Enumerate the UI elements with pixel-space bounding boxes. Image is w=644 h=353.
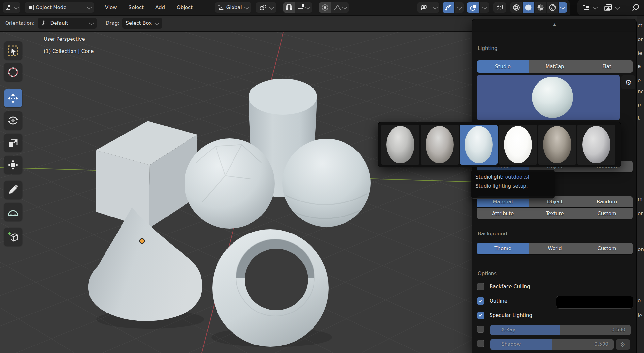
overlays-dropdown[interactable] <box>480 2 489 13</box>
outline-label: Outline <box>490 298 507 304</box>
menu-select[interactable]: Select <box>127 5 146 10</box>
studiolight-sphere <box>465 126 493 163</box>
visibility-group <box>417 2 439 13</box>
visibility-toggle[interactable] <box>417 2 430 13</box>
visibility-dropdown[interactable] <box>430 2 439 13</box>
color-random[interactable]: Random <box>581 196 633 207</box>
drag-dropdown[interactable]: Select Box <box>122 18 162 29</box>
shading-solid-button[interactable] <box>523 2 535 13</box>
studiolight-option-4[interactable] <box>499 125 537 165</box>
solid-sphere-icon <box>525 4 532 11</box>
rotate-icon <box>7 115 19 126</box>
chevron-down-icon <box>482 5 488 10</box>
shading-popover-dropdown[interactable] <box>559 2 567 13</box>
tool-select-box[interactable] <box>4 41 22 60</box>
clipped-properties-edge: ct or ie e e nc p t m or on o le <box>637 16 644 353</box>
studiolight-option-5[interactable] <box>538 125 576 165</box>
outliner-search-button[interactable] <box>632 3 640 12</box>
proportional-falloff-dropdown[interactable] <box>331 2 349 13</box>
tool-annotate[interactable] <box>4 181 22 199</box>
studiolight-option-6[interactable] <box>577 125 615 165</box>
outliner-filter-button[interactable] <box>603 2 620 13</box>
tool-rotate[interactable] <box>4 111 22 130</box>
rendered-sphere-icon <box>549 4 556 11</box>
orientation-dropdown[interactable]: Default <box>38 18 97 29</box>
tab-matcap[interactable]: MatCap <box>529 60 581 73</box>
bg-world[interactable]: World <box>529 243 581 254</box>
falloff-curve-icon <box>333 4 342 11</box>
gizmo-dropdown[interactable] <box>455 2 464 13</box>
mode-dropdown[interactable]: Object Mode <box>25 2 94 13</box>
shading-material-button[interactable] <box>535 2 547 13</box>
studiolight-option-1[interactable] <box>381 125 419 165</box>
tool-transform[interactable] <box>4 156 22 174</box>
snap-target-dropdown[interactable] <box>295 2 312 13</box>
specular-checkbox[interactable]: ✔ <box>477 312 484 319</box>
outline-checkbox[interactable]: ✔ <box>477 297 484 305</box>
studiolight-settings-button[interactable]: ⚙ <box>621 75 635 89</box>
edge-text: nc <box>638 89 644 95</box>
studiolight-option-3-selected[interactable] <box>460 125 498 165</box>
studiolight-tooltip: Studiolight: outdoor.sl Studio lighting … <box>471 170 555 199</box>
color-attribute[interactable]: Attribute <box>477 208 529 219</box>
edge-text: ie <box>638 50 642 56</box>
tool-scale[interactable] <box>4 134 22 152</box>
menu-object[interactable]: Object <box>175 5 195 10</box>
snap-toggle-button[interactable] <box>283 2 295 13</box>
icosphere-object[interactable] <box>185 138 275 229</box>
tool-cursor[interactable] <box>4 63 22 81</box>
tool-add-cube[interactable] <box>4 228 22 246</box>
studiolight-option-2[interactable] <box>421 125 459 165</box>
bg-theme[interactable]: Theme <box>477 243 529 254</box>
color-texture[interactable]: Texture <box>529 208 581 219</box>
chevron-down-icon <box>14 5 19 10</box>
shading-wireframe-button[interactable] <box>510 2 523 13</box>
shading-rendered-button[interactable] <box>547 2 559 13</box>
measure-protractor-icon <box>7 206 19 218</box>
tool-move[interactable] <box>4 89 22 107</box>
orientation-value: Default <box>50 20 68 26</box>
orientation-axes-icon <box>41 20 48 26</box>
tooltip-value: outdoor.sl <box>505 174 529 180</box>
cube-object[interactable] <box>96 121 197 229</box>
tab-studio[interactable]: Studio <box>477 60 529 73</box>
xray-toggle[interactable] <box>493 2 506 13</box>
background-section-label: Background <box>478 231 507 237</box>
proportional-edit-toggle[interactable] <box>319 2 331 13</box>
studiolight-sphere <box>582 126 610 163</box>
shadow-slider[interactable]: Shadow 0.500 <box>490 339 614 350</box>
shading-mode-group <box>510 2 567 13</box>
chevron-down-icon <box>244 5 249 10</box>
overlays-toggle[interactable] <box>467 2 480 13</box>
view-name-label: User Perspective <box>44 36 85 42</box>
xray-checkbox-row <box>477 326 484 333</box>
xray-slider-value: 0.500 <box>611 327 625 333</box>
sphere-object[interactable] <box>282 139 371 227</box>
torus-object[interactable] <box>211 229 332 347</box>
studiolight-preview[interactable] <box>477 75 620 120</box>
chevron-down-icon <box>593 5 598 10</box>
xray-checkbox[interactable] <box>477 326 484 333</box>
cone-object[interactable] <box>88 207 204 329</box>
shadow-settings-button[interactable]: ⚙ <box>616 339 630 350</box>
tab-flat[interactable]: Flat <box>581 60 633 73</box>
xray-slider[interactable]: X-Ray 0.500 <box>490 325 631 335</box>
menu-view[interactable]: View <box>103 5 119 10</box>
outliner-tree-icon <box>583 4 590 11</box>
material-sphere-icon <box>537 4 544 11</box>
outliner-type-button[interactable] <box>581 2 598 13</box>
chevron-down-icon <box>615 5 620 10</box>
lighting-tabs: Studio MatCap Flat <box>477 60 633 73</box>
backface-culling-checkbox[interactable] <box>477 283 484 290</box>
gizmo-toggle[interactable] <box>443 2 455 13</box>
outline-color-swatch[interactable] <box>556 296 633 309</box>
menu-add[interactable]: Add <box>153 5 167 10</box>
editor-type-button[interactable] <box>3 2 20 13</box>
transform-orientation-dropdown[interactable]: Global <box>215 2 251 13</box>
pivot-point-dropdown[interactable] <box>256 2 276 13</box>
studiolight-sphere <box>426 126 454 163</box>
tool-measure[interactable] <box>4 203 22 221</box>
bg-custom[interactable]: Custom <box>581 243 633 254</box>
color-custom[interactable]: Custom <box>581 208 633 219</box>
shadow-checkbox[interactable] <box>477 340 484 347</box>
